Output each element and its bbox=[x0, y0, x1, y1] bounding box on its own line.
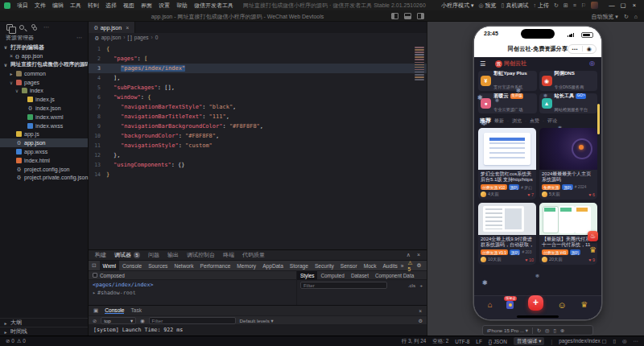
code-line-4[interactable]: 4], bbox=[89, 73, 427, 83]
devtools-tab-wxml[interactable]: Wxml bbox=[100, 261, 119, 271]
indentation[interactable]: 空格: 2 bbox=[432, 338, 448, 345]
devtools-tab-memory[interactable]: Memory bbox=[233, 261, 259, 271]
cls-label[interactable]: .cls bbox=[408, 282, 415, 288]
tree-item-app.wxss[interactable]: app.wxss bbox=[0, 147, 88, 156]
code-line-13[interactable]: 13"usingComponents": {} bbox=[89, 160, 427, 170]
code-line-6[interactable]: 6"window": { bbox=[89, 93, 427, 102]
tree-item-app.js[interactable]: app.js bbox=[0, 130, 88, 139]
scale-icon[interactable]: ◎ bbox=[545, 327, 549, 333]
code-line-1[interactable]: 1{ bbox=[89, 44, 427, 54]
panel-tab-调试器[interactable]: 调试器 5 bbox=[114, 251, 140, 259]
device-frame-icon[interactable]: ▯ bbox=[554, 327, 556, 333]
eye-icon[interactable]: ◉ bbox=[140, 318, 144, 323]
console-tab-task[interactable]: Task bbox=[130, 307, 142, 314]
devtools-tab-mock[interactable]: Mock bbox=[361, 261, 380, 271]
elements-tree[interactable]: <pages/index/index> ▸#shadow-root bbox=[89, 280, 296, 305]
menu-item[interactable]: 项目 bbox=[14, 2, 31, 10]
menu-item[interactable]: 微信开发者工具 bbox=[191, 2, 237, 10]
code-line-2[interactable]: 2"pages": [ bbox=[89, 54, 427, 64]
encoding[interactable]: UTF-8 bbox=[455, 339, 469, 344]
console-tab-console[interactable]: Console bbox=[105, 307, 124, 314]
more-icon[interactable]: ⋯ bbox=[43, 24, 49, 31]
code-line-10[interactable]: 10"backgroundColor": "#F8F8F8", bbox=[89, 131, 427, 141]
devtools-tab-sensor[interactable]: Sensor bbox=[337, 261, 361, 271]
style-tab-computed[interactable]: Computed bbox=[317, 271, 348, 280]
post-card[interactable]: 2024最最最美个人主页系统源码免费资源源码# 20245天前♥ 6 bbox=[539, 128, 597, 200]
tree-item-index[interactable]: ∨index bbox=[0, 87, 88, 96]
tree-item-project.private.config.json[interactable]: {}project.private.config.json bbox=[0, 174, 88, 183]
user-avatar[interactable] bbox=[591, 2, 598, 9]
code-line-8[interactable]: 8"navigationBarTitleText": "111", bbox=[89, 112, 427, 122]
vip-float-button[interactable]: ♛ bbox=[588, 245, 598, 255]
devtools-settings-icon[interactable]: ⚙ bbox=[416, 262, 421, 269]
panel-tab-调试控制台[interactable]: 调试控制台 bbox=[187, 251, 215, 259]
post-likes[interactable]: ♥ 9 bbox=[588, 257, 595, 262]
toggle-simulator-icon[interactable] bbox=[417, 13, 424, 19]
code-line-11[interactable]: 11"navigationStyle": "custom" bbox=[89, 141, 427, 150]
menu-item[interactable]: 界面 bbox=[138, 2, 155, 10]
more-menu-icon[interactable]: ••• bbox=[568, 47, 582, 51]
eye-status-icon[interactable]: ◎ bbox=[622, 338, 627, 344]
code-line-12[interactable]: 12}, bbox=[89, 150, 427, 160]
warnings-indicator[interactable]: ⚠ 0 bbox=[17, 338, 26, 344]
devtools-tab-storage[interactable]: Storage bbox=[287, 261, 312, 271]
device-selector[interactable]: iPhone 15 Pro ... ▾ bbox=[487, 327, 528, 333]
maximize-button[interactable]: ▢ bbox=[617, 2, 629, 9]
minimize-button[interactable]: — bbox=[606, 2, 617, 9]
promo-card[interactable]: ◉阿俐DNS专业DNS服务商 bbox=[539, 71, 598, 91]
toggle-sidebar-icon[interactable] bbox=[391, 13, 398, 19]
inspect-element-icon[interactable]: ⊡ bbox=[89, 262, 100, 269]
drawer-toggle-icon[interactable]: ▣ bbox=[93, 307, 98, 314]
outline-section[interactable]: ▸ 大纲 bbox=[0, 318, 88, 327]
hamburger-menu-icon[interactable]: ☰ bbox=[480, 60, 485, 68]
promo-card[interactable]: ●若暖云免费版专业云资源广场 bbox=[478, 93, 537, 113]
exit-miniprogram-icon[interactable]: ◉ bbox=[583, 46, 597, 52]
close-panel-icon[interactable]: × bbox=[417, 252, 420, 258]
menu-item[interactable]: 转到 bbox=[85, 2, 102, 10]
panel-tab-终端[interactable]: 终端 bbox=[223, 251, 234, 259]
promo-card[interactable]: ▲站长工具GO>网站检测服务平台 bbox=[539, 93, 598, 113]
panel-tab-问题[interactable]: 问题 bbox=[148, 251, 159, 259]
devtools-tab-audits[interactable]: Audits bbox=[379, 261, 400, 271]
page-path[interactable]: pages/index/index ▢ bbox=[559, 338, 606, 344]
code-line-14[interactable]: 14} bbox=[89, 170, 427, 179]
warning-count[interactable]: ⚠ 5 bbox=[407, 260, 412, 272]
remote-debug-button[interactable]: ▯ 真机调试 bbox=[502, 2, 529, 10]
tree-item-project.config.json[interactable]: {}project.config.json bbox=[0, 165, 88, 174]
sync-icon[interactable]: ↻ bbox=[554, 2, 559, 9]
minimap[interactable] bbox=[415, 47, 424, 81]
tree-item-pages[interactable]: ∨pages bbox=[0, 78, 88, 87]
panel-tab-构建[interactable]: 构建 bbox=[95, 251, 106, 259]
source-control-icon[interactable] bbox=[31, 24, 37, 31]
editor-tab-appjson[interactable]: {} app.json × bbox=[89, 22, 135, 33]
composed-toggle[interactable]: Composed bbox=[89, 273, 296, 278]
tree-item-index.js[interactable]: index.js bbox=[0, 95, 88, 104]
open-editors-section[interactable]: ∨ 打开的编辑器 bbox=[0, 43, 88, 51]
tree-item-index.html[interactable]: index.html bbox=[0, 156, 88, 165]
shadow-root-node[interactable]: ▸#shadow-root bbox=[93, 290, 296, 296]
code-line-5[interactable]: 5"subPackages": [], bbox=[89, 83, 427, 93]
close-drawer-icon[interactable]: × bbox=[419, 308, 422, 314]
errors-indicator[interactable]: ⊘ 0 bbox=[6, 338, 14, 344]
toggle-panel-icon[interactable] bbox=[404, 13, 411, 19]
phone-status-icon[interactable]: ▯ bbox=[613, 338, 617, 344]
close-icon[interactable]: × bbox=[10, 53, 13, 59]
more-status-icon[interactable]: ⋯ bbox=[634, 338, 638, 344]
console-filter-input[interactable]: Filter bbox=[149, 317, 236, 324]
menu-item[interactable]: 选择 bbox=[102, 2, 120, 10]
sort-tab-0[interactable]: 最新 bbox=[494, 117, 504, 125]
composed-checkbox[interactable] bbox=[93, 273, 97, 278]
home-icon-toolbar[interactable]: ⌂ bbox=[634, 14, 638, 19]
breadcrumb[interactable]: {} app.json› [ ] pages› 0 bbox=[89, 33, 427, 42]
tab-redpacket-icon[interactable]: 领现金 bbox=[506, 301, 514, 309]
code-line-7[interactable]: 7"navigationBarTextStyle": "black", bbox=[89, 102, 427, 112]
bell-icon[interactable]: ⚐ bbox=[581, 2, 586, 9]
rotate-icon[interactable]: ↻ bbox=[537, 327, 541, 333]
refresh-icon[interactable]: ↻ bbox=[624, 14, 629, 20]
menu-item[interactable]: 帮助 bbox=[173, 2, 191, 10]
sort-tab-1[interactable]: 浏览 bbox=[512, 117, 522, 125]
inspect-icon[interactable]: ⊕ bbox=[560, 327, 564, 333]
code-lines[interactable]: 1{2"pages": [3"pages/index/index"4],5"su… bbox=[89, 44, 427, 179]
context-selector[interactable]: top▾ bbox=[101, 317, 136, 324]
log-levels-selector[interactable]: Default levels ▾ bbox=[240, 318, 274, 323]
